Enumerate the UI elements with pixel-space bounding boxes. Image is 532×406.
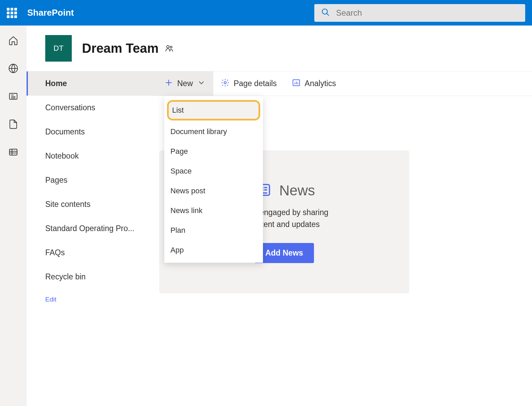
menu-item-app[interactable]: App [164,240,263,260]
home-icon[interactable] [8,35,19,46]
sidenav-item-home[interactable]: Home [27,71,151,96]
edit-nav-link[interactable]: Edit [27,289,151,310]
site-logo[interactable]: DT [45,35,72,62]
file-icon[interactable] [8,119,19,130]
plus-icon [164,78,173,89]
new-button[interactable]: New [151,71,213,96]
menu-item-page[interactable]: Page [164,142,263,161]
svg-point-13 [170,46,172,48]
page-details-label: Page details [234,79,277,88]
sidenav-item-pages[interactable]: Pages [27,168,151,192]
sidenav-item-conversations[interactable]: Conversations [27,96,151,120]
menu-item-space[interactable]: Space [164,161,263,181]
analytics-label: Analytics [305,79,336,88]
left-rail [0,26,27,406]
news-icon[interactable] [8,91,19,102]
gear-icon [221,78,230,89]
news-title: News [279,182,315,199]
sidenav-item-documents[interactable]: Documents [27,120,151,144]
command-bar: New Page details [151,71,532,96]
analytics-button[interactable]: Analytics [284,71,344,96]
menu-item-list[interactable]: List [167,100,260,120]
sidenav-item-recycle-bin[interactable]: Recycle bin [27,265,151,289]
list-icon[interactable] [8,147,19,158]
search-box[interactable] [314,4,525,22]
svg-point-0 [322,9,327,14]
side-navigation: Home Conversations Documents Notebook Pa… [27,71,151,310]
page-details-button[interactable]: Page details [213,71,284,96]
site-title[interactable]: Dream Team [82,41,159,56]
menu-item-news-link[interactable]: News link [164,201,263,221]
sidenav-item-sop[interactable]: Standard Operating Pro... [27,216,151,241]
svg-line-1 [327,13,329,16]
teams-icon[interactable] [164,44,174,53]
new-dropdown-menu: List Document library Page Space News po… [164,96,263,263]
menu-item-document-library[interactable]: Document library [164,122,263,142]
new-label: New [177,79,193,88]
sidenav-item-notebook[interactable]: Notebook [27,144,151,168]
chevron-down-icon [197,78,206,89]
search-icon [321,8,330,18]
sidenav-item-faqs[interactable]: FAQs [27,241,151,265]
analytics-icon [292,78,301,89]
menu-item-news-post[interactable]: News post [164,181,263,201]
svg-point-12 [167,46,169,48]
svg-rect-8 [10,149,17,155]
menu-item-plan[interactable]: Plan [164,221,263,240]
site-header: DT Dream Team [27,26,532,71]
sidenav-item-site-contents[interactable]: Site contents [27,192,151,216]
app-launcher-icon[interactable] [7,8,17,18]
globe-icon[interactable] [8,63,19,74]
svg-point-16 [224,81,227,84]
brand-label[interactable]: SharePoint [27,7,74,18]
add-news-button[interactable]: Add News [254,243,314,263]
top-bar: SharePoint [0,0,532,26]
search-input[interactable] [336,8,518,18]
svg-rect-4 [10,93,17,99]
